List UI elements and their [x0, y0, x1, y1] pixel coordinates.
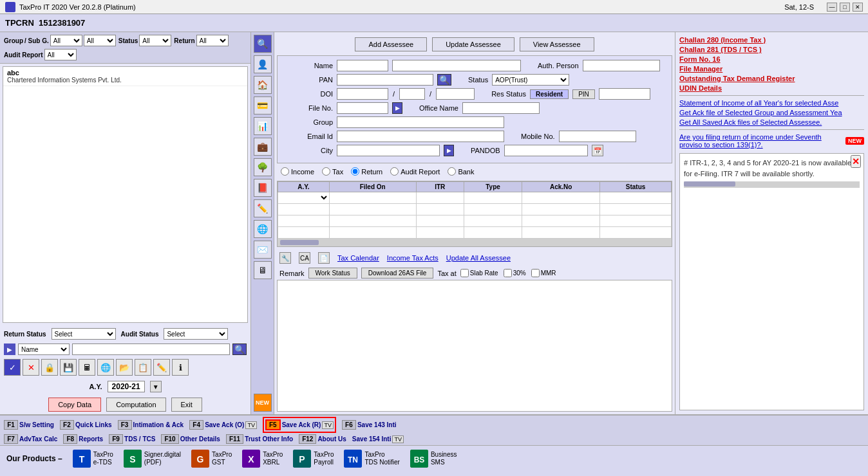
return-filter-select[interactable]: All — [196, 35, 229, 46]
computation-button[interactable]: Computation — [106, 398, 165, 412]
clipboard-button[interactable]: 📋 — [135, 359, 151, 376]
mobile-input[interactable] — [559, 131, 636, 142]
subg-select[interactable]: All — [84, 35, 116, 46]
pan-input[interactable] — [337, 74, 433, 86]
group-select[interactable]: All — [50, 35, 82, 46]
assessee-list[interactable]: abc Chartered Information Systems Pvt. L… — [3, 66, 248, 323]
view-assessee-button[interactable]: View Assessee — [520, 37, 594, 51]
mmr-checkbox[interactable]: MMR — [531, 269, 556, 277]
get-ack-group-link[interactable]: Get Ack file of Selected Group and Asses… — [679, 109, 864, 116]
search-arrow-btn[interactable]: ▶ — [4, 343, 15, 355]
fileno-arrow-btn[interactable]: ▶ — [392, 102, 402, 114]
pan-search-button[interactable]: 🔍 — [437, 74, 451, 86]
office-name-input[interactable] — [462, 102, 540, 114]
audit-status-select[interactable]: Select — [164, 328, 228, 340]
f5-icon[interactable]: TV — [322, 421, 334, 429]
form-16-link[interactable]: Form No. 16 — [679, 55, 864, 63]
product-signer[interactable]: S Signer.digital (PDF) — [124, 450, 181, 468]
edit-button[interactable]: ✏️ — [153, 359, 170, 376]
f4-label[interactable]: Save Ack (O) — [205, 421, 244, 428]
search-type-select[interactable]: Name PAN — [18, 343, 70, 355]
slab-rate-checkbox[interactable]: Slab Rate — [460, 269, 498, 277]
f8-label[interactable]: Reports — [79, 435, 103, 443]
challan-280-link[interactable]: Challan 280 (Income Tax ) — [679, 36, 864, 44]
ay-row-select[interactable] — [278, 192, 329, 203]
chart-icon-btn[interactable]: 📊 — [254, 117, 272, 135]
f12-label[interactable]: About Us — [317, 435, 346, 443]
radio-income[interactable]: Income — [281, 167, 314, 176]
radio-tax[interactable]: Tax — [322, 167, 343, 176]
home-icon-btn[interactable]: 🏠 — [254, 76, 272, 94]
email-input[interactable] — [337, 131, 504, 142]
monitor-icon-btn[interactable]: 🖥 — [254, 261, 272, 279]
group-form-input[interactable] — [337, 116, 504, 128]
update-all-assessee-link[interactable]: Update All Assessee — [446, 254, 511, 262]
challan-281-link[interactable]: Challan 281 (TDS / TCS ) — [679, 46, 864, 53]
lock-button[interactable]: 🔒 — [41, 359, 58, 376]
save-button[interactable]: 💾 — [60, 359, 77, 376]
update-assessee-button[interactable]: Update Assessee — [432, 37, 514, 51]
assessee-item[interactable]: abc Chartered Information Systems Pvt. L… — [3, 67, 247, 86]
file-manager-link[interactable]: File Manager — [679, 65, 864, 73]
close-button[interactable]: ✕ — [853, 3, 863, 12]
info-scrollbar[interactable] — [684, 181, 860, 188]
return-status-select[interactable]: Select — [52, 328, 116, 340]
check-button[interactable]: ✓ — [4, 359, 21, 376]
tax-calendar-link[interactable]: Tax Calendar — [337, 254, 379, 262]
radio-bank[interactable]: Bank — [448, 167, 474, 176]
new-icon-btn[interactable]: NEW — [254, 394, 272, 412]
download-26as-button[interactable]: Download 26AS File — [361, 268, 434, 279]
search-input[interactable] — [72, 343, 230, 355]
folder-button[interactable]: 📂 — [116, 359, 133, 376]
product-etds[interactable]: T TaxPro e-TDS — [73, 450, 113, 468]
doi-input-2[interactable] — [399, 88, 425, 100]
ay-dropdown[interactable]: ▼ — [150, 381, 162, 392]
name-input-1[interactable] — [337, 60, 388, 71]
briefcase-icon-btn[interactable]: 💼 — [254, 138, 272, 156]
maximize-button[interactable]: □ — [840, 3, 850, 12]
product-xbrl[interactable]: X TaxPro XBRL — [242, 450, 283, 468]
radio-audit-report[interactable]: Audit Report — [390, 167, 440, 176]
tree-icon-btn[interactable]: 🌳 — [254, 158, 272, 176]
city-input[interactable] — [337, 145, 440, 156]
f5-label[interactable]: Save Ack (R) — [282, 421, 321, 428]
get-all-ack-link[interactable]: Get All Saved Ack files of Selected Asse… — [679, 118, 864, 126]
person-icon-btn[interactable]: 👤 — [254, 55, 272, 73]
fileno-input[interactable] — [337, 102, 388, 114]
name-input-2[interactable] — [392, 60, 521, 71]
doi-input-3[interactable] — [436, 88, 475, 100]
income-tax-acts-link[interactable]: Income Tax Acts — [387, 254, 439, 262]
info-button[interactable]: ℹ — [172, 359, 189, 376]
product-payroll[interactable]: P TaxPro Payroll — [293, 450, 334, 468]
calculator-button[interactable]: 🖩 — [79, 359, 95, 376]
product-sms[interactable]: BS Business SMS — [410, 450, 457, 468]
udin-details-link[interactable]: UDIN Details — [679, 84, 864, 92]
outstanding-tax-link[interactable]: Outstanding Tax Demand Register — [679, 75, 864, 82]
minimize-button[interactable]: — — [827, 3, 837, 12]
pin-button[interactable]: PIN — [572, 89, 595, 99]
pin-input[interactable] — [599, 88, 650, 100]
icon-link-2[interactable]: CA — [299, 252, 310, 264]
info-box-close-button[interactable]: ✕ — [851, 155, 861, 168]
f6-label[interactable]: Save 143 Inti — [357, 421, 397, 428]
pandob-input[interactable] — [504, 145, 588, 156]
f2-label[interactable]: Quick Links — [75, 421, 112, 428]
table-scrollbar[interactable] — [278, 239, 672, 246]
pandob-calendar-btn[interactable]: 📅 — [592, 145, 603, 156]
status-filter-select[interactable]: All — [139, 35, 171, 46]
percent-30-checkbox[interactable]: 30% — [504, 269, 526, 277]
f3-label[interactable]: Intimation & Ack — [133, 421, 184, 428]
exit-button[interactable]: Exit — [171, 398, 202, 412]
f11-label[interactable]: Trust Other Info — [245, 435, 293, 443]
city-arrow-btn[interactable]: ▶ — [444, 145, 454, 156]
payment-icon-btn[interactable]: 💳 — [254, 96, 272, 114]
product-gst[interactable]: G TaxPro GST — [191, 450, 232, 468]
f1-label[interactable]: S/w Setting — [19, 421, 54, 428]
auth-person-input[interactable] — [583, 60, 660, 71]
mail-icon-btn[interactable]: ✉️ — [254, 241, 272, 259]
f4-icon[interactable]: TV — [245, 421, 257, 429]
pen-icon-btn[interactable]: ✏️ — [254, 199, 272, 217]
f7-label[interactable]: AdvTax Calc — [19, 435, 57, 443]
statement-income-link[interactable]: Statement of Income of all Year's for se… — [679, 99, 864, 107]
table-row[interactable] — [278, 192, 672, 204]
